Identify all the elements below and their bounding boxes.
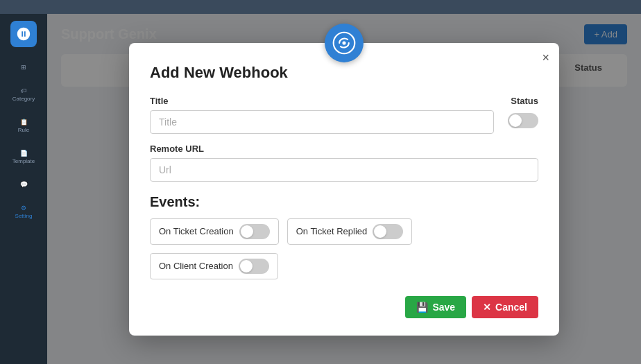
event-ticket-creation-toggle[interactable] (239, 224, 270, 239)
status-label: Status (511, 96, 538, 106)
webhook-modal: × Add New Webhook Title Status (129, 43, 559, 336)
modal-title: Add New Webhook (150, 64, 538, 82)
event-ticket-creation: On Ticket Creation (150, 218, 279, 245)
event-client-creation-slider (239, 259, 269, 274)
event-client-creation: On Client Creation (150, 253, 278, 279)
sidebar: ⊞ 🏷 Category 📋 Rule 📄 Template 💬 ⚙ Setti… (0, 14, 47, 364)
event-ticket-replied-toggle[interactable] (373, 224, 403, 239)
modal-footer: 💾 Save ✕ Cancel (150, 296, 538, 318)
event-ticket-replied-label: On Ticket Replied (296, 226, 368, 236)
sidebar-item-template[interactable]: 📄 Template (0, 144, 47, 170)
cancel-label: Cancel (495, 302, 527, 313)
events-label: Events: (150, 194, 538, 210)
modal-backdrop: × Add New Webhook Title Status (47, 14, 641, 364)
sidebar-logo (10, 21, 37, 47)
sidebar-item-rule[interactable]: 📋 Rule (0, 113, 47, 139)
event-ticket-replied: On Ticket Replied (287, 218, 413, 245)
event-client-creation-label: On Client Creation (159, 261, 233, 271)
event-ticket-creation-slider (239, 224, 270, 239)
remote-url-label: Remote URL (150, 144, 538, 154)
event-ticket-replied-slider (373, 224, 403, 239)
save-icon: 💾 (416, 302, 428, 313)
events-row: On Ticket Creation On Ticket Replied (150, 218, 538, 279)
title-label: Title (150, 96, 494, 106)
cancel-icon: ✕ (483, 302, 491, 313)
status-toggle[interactable] (508, 113, 538, 128)
close-button[interactable]: × (542, 51, 549, 64)
sidebar-item-category[interactable]: 🏷 Category (0, 82, 47, 107)
status-slider (508, 113, 538, 128)
save-label: Save (432, 302, 455, 313)
main-area: Support Genix + Add Status (47, 14, 641, 364)
save-button[interactable]: 💾 Save (405, 296, 466, 318)
cancel-button[interactable]: ✕ Cancel (472, 296, 538, 318)
sidebar-item-dashboard[interactable]: ⊞ (0, 58, 47, 76)
event-ticket-creation-label: On Ticket Creation (159, 226, 234, 236)
svg-point-1 (342, 41, 345, 44)
modal-logo (325, 24, 364, 62)
remote-url-input[interactable] (150, 158, 538, 182)
sidebar-item-message[interactable]: 💬 (0, 175, 47, 193)
event-client-creation-toggle[interactable] (239, 259, 269, 274)
sidebar-item-setting[interactable]: ⚙ Setting (0, 199, 47, 225)
title-input[interactable] (150, 110, 494, 134)
